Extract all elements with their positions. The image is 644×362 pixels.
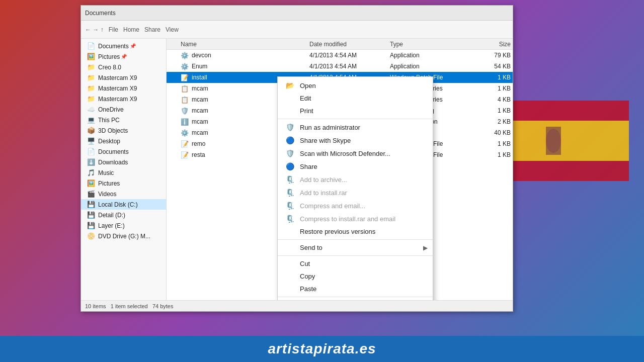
sidebar-item-13[interactable]: 🖼️Pictures — [81, 178, 166, 189]
sidebar-label-7: This PC — [98, 117, 120, 124]
sidebar-item-0[interactable]: 📄Documents📌 — [81, 41, 166, 51]
ctx-label-6: Scan with Microsoft Defender... — [300, 150, 390, 157]
sidebar-item-17[interactable]: 💾Layer (E:) — [81, 220, 166, 231]
sidebar-label-2: Creo 8.0 — [98, 64, 121, 71]
ctx-separator-19 — [278, 297, 433, 297]
file-size-4: 4 KB — [470, 96, 511, 103]
sidebar-icon-9: 🖥️ — [87, 137, 95, 145]
ctx-label-9: Add to install.rar — [300, 189, 347, 197]
file-name-7: mcam — [192, 129, 208, 136]
col-header-size[interactable]: Size — [470, 41, 511, 48]
ctx-label-14: Send to — [300, 244, 323, 251]
ctx-item-17[interactable]: Copy — [278, 270, 433, 283]
ctx-item-7[interactable]: 🔵Share — [278, 160, 433, 173]
ctx-separator-15 — [278, 255, 433, 256]
svg-point-3 — [546, 129, 561, 153]
ctx-label-0: Open — [300, 82, 316, 89]
file-name-9: resta — [192, 151, 205, 158]
ctx-item-11[interactable]: 🗜️Compress to install.rar and email — [278, 212, 433, 225]
sidebar-label-1: Pictures — [98, 53, 120, 60]
col-header-date[interactable]: Date modified — [309, 41, 390, 48]
sidebar-icon-10: 📄 — [87, 148, 95, 155]
ctx-item-0[interactable]: 📂Open — [278, 79, 433, 92]
svg-rect-1 — [503, 121, 629, 161]
sidebar-item-10[interactable]: 📄Documents — [81, 146, 166, 157]
sidebar-item-9[interactable]: 🖥️Desktop — [81, 136, 166, 146]
ctx-item-12[interactable]: Restore previous versions — [278, 225, 433, 238]
ctx-icon-6: 🛡️ — [286, 149, 296, 157]
pin-icon-0: 📌 — [130, 43, 136, 49]
watermark-bar: artistapirata.es — [0, 336, 644, 362]
file-icon-2: 📝 — [181, 74, 189, 81]
title-bar-text: Documents — [85, 10, 116, 17]
toolbar: ← → ↑ File Home Share View — [81, 21, 513, 39]
sidebar-label-9: Desktop — [98, 138, 120, 145]
ctx-label-4: Run as administrator — [300, 124, 360, 131]
sidebar-item-15[interactable]: 💾Local Disk (C:) — [81, 199, 166, 210]
file-icon-4: 📋 — [181, 96, 189, 104]
ctx-icon-0: 📂 — [286, 81, 296, 89]
ctx-label-1: Edit — [300, 95, 311, 102]
sidebar-item-14[interactable]: 🎬Videos — [81, 189, 166, 199]
title-bar: Documents — [81, 6, 513, 21]
ctx-item-10[interactable]: 🗜️Compress and email... — [278, 199, 433, 212]
sidebar-label-6: OneDrive — [98, 106, 124, 113]
watermark-text: artistapirata.es — [268, 341, 376, 357]
sidebar-item-5[interactable]: 📁Mastercam X9 — [81, 94, 166, 104]
sidebar-item-7[interactable]: 💻This PC — [81, 115, 166, 125]
ctx-item-4[interactable]: 🛡️Run as administrator — [278, 121, 433, 134]
ctx-label-2: Print — [300, 107, 313, 115]
file-icon-5: 🛡️ — [181, 107, 189, 115]
sidebar-icon-16: 💾 — [87, 211, 95, 219]
main-content: 📄Documents📌🖼️Pictures📌📁Creo 8.0📁Masterca… — [81, 39, 513, 300]
ctx-item-6[interactable]: 🛡️Scan with Microsoft Defender... — [278, 147, 433, 160]
sidebar-label-11: Downloads — [98, 159, 128, 166]
sidebar-label-15: Local Disk (C:) — [98, 201, 138, 208]
ctx-icon-7: 🔵 — [286, 162, 296, 170]
ctx-item-14[interactable]: Send to▶ — [278, 241, 433, 254]
file-icon-1: ⚙️ — [181, 63, 189, 70]
column-headers: Name Date modified Type Size — [167, 39, 513, 50]
sidebar-icon-0: 📄 — [87, 42, 95, 50]
sidebar-icon-13: 🖼️ — [87, 179, 95, 187]
sidebar-item-8[interactable]: 📦3D Objects — [81, 125, 166, 136]
sidebar-icon-4: 📁 — [87, 84, 95, 92]
status-separator2 — [148, 303, 152, 309]
file-icon-8: 📝 — [181, 140, 189, 148]
file-size-7: 40 KB — [470, 129, 511, 136]
ctx-item-16[interactable]: Cut — [278, 257, 433, 270]
file-name-2: install — [192, 74, 207, 81]
ctx-icon-5: 🔵 — [286, 136, 296, 144]
sidebar-item-11[interactable]: ⬇️Downloads — [81, 157, 166, 167]
sidebar-item-1[interactable]: 🖼️Pictures📌 — [81, 51, 166, 62]
ctx-item-8[interactable]: 🗜️Add to archive... — [278, 173, 433, 186]
sidebar-label-4: Mastercam X9 — [98, 85, 137, 92]
ctx-item-1[interactable]: Edit — [278, 92, 433, 105]
ctx-item-9[interactable]: 🗜️Add to install.rar — [278, 186, 433, 199]
file-name-1: Enum — [192, 63, 207, 70]
sidebar-label-17: Layer (E:) — [98, 222, 125, 229]
sidebar-label-18: DVD Drive (G:) M... — [98, 233, 150, 240]
file-row-0[interactable]: ⚙️ devcon 4/1/2013 4:54 AM Application 7… — [167, 50, 513, 61]
ctx-item-2[interactable]: Print — [278, 105, 433, 117]
sidebar-item-12[interactable]: 🎵Music — [81, 167, 166, 178]
sidebar-item-4[interactable]: 📁Mastercam X9 — [81, 83, 166, 94]
sidebar-item-18[interactable]: 📀DVD Drive (G:) M... — [81, 231, 166, 241]
ctx-item-5[interactable]: 🔵Share with Skype — [278, 134, 433, 147]
sidebar-item-3[interactable]: 📁Mastercam X9 — [81, 72, 166, 83]
ctx-icon-11: 🗜️ — [286, 215, 296, 223]
ctx-item-20[interactable]: Create shortcut — [278, 299, 433, 300]
sidebar-item-6[interactable]: ☁️OneDrive — [81, 104, 166, 115]
context-menu: 📂OpenEditPrint🛡️Run as administrator🔵Sha… — [277, 76, 433, 300]
file-row-1[interactable]: ⚙️ Enum 4/1/2013 4:54 AM Application 54 … — [167, 61, 513, 72]
ctx-item-18[interactable]: Paste — [278, 283, 433, 295]
col-header-name[interactable]: Name — [169, 41, 309, 48]
sidebar-icon-11: ⬇️ — [87, 158, 95, 166]
sidebar-label-10: Documents — [98, 148, 129, 155]
sidebar-label-16: Detail (D:) — [98, 212, 125, 219]
ctx-separator-13 — [278, 239, 433, 240]
sidebar-item-2[interactable]: 📁Creo 8.0 — [81, 62, 166, 72]
sidebar-item-16[interactable]: 💾Detail (D:) — [81, 210, 166, 220]
ctx-label-5: Share with Skype — [300, 137, 351, 144]
col-header-type[interactable]: Type — [390, 41, 470, 48]
